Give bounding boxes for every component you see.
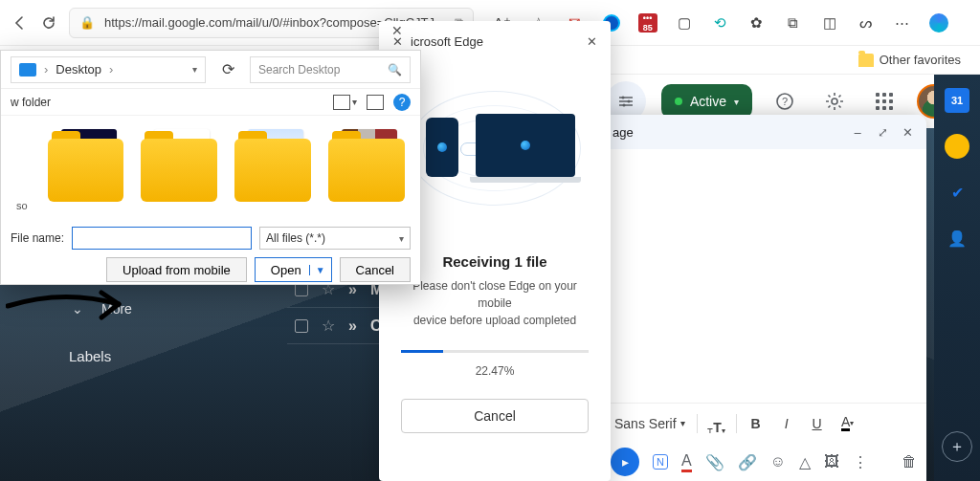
emoji-icon[interactable]: ☺	[770, 453, 786, 470]
copilot-icon[interactable]	[929, 13, 948, 33]
folder-item[interactable]	[328, 125, 405, 202]
settings-button[interactable]	[817, 84, 852, 119]
dialog-help-icon[interactable]: ?	[393, 94, 411, 111]
breadcrumb-location: Desktop	[56, 62, 101, 77]
font-name: Sans Serif	[614, 416, 677, 431]
status-dot-icon	[675, 98, 682, 105]
compose-title: age	[612, 125, 840, 140]
filename-label: File name:	[11, 231, 64, 245]
generic-ext-icon[interactable]: ▢	[675, 13, 694, 33]
compose-body[interactable]	[601, 149, 926, 403]
folder-icon	[858, 54, 874, 67]
image-icon[interactable]: 🖼	[824, 453, 839, 470]
status-label: Active	[690, 94, 726, 109]
chevron-down-icon: ▾	[399, 233, 404, 244]
folder-item[interactable]: Au	[48, 125, 124, 202]
open-split-chevron-icon[interactable]: ▼	[309, 265, 325, 275]
dialog-toolbar: w folder ▾ ?	[1, 89, 420, 116]
note-icon[interactable]: N	[653, 454, 668, 470]
collections-icon[interactable]: ⧉	[784, 13, 803, 33]
tasks-addon[interactable]: ✔	[945, 180, 969, 205]
open-button-label: Open	[271, 263, 301, 277]
status-chip[interactable]: Active ▾	[661, 84, 752, 119]
sidebar-item-more[interactable]: ⌄ More	[57, 293, 278, 325]
upload-from-mobile-button[interactable]: Upload from mobile	[106, 257, 247, 282]
split-screen-icon[interactable]: ◫	[820, 13, 839, 33]
link-icon[interactable]: 🔗	[738, 453, 757, 471]
italic-button[interactable]: I	[775, 412, 798, 435]
filename-input[interactable]	[72, 227, 252, 250]
performance-icon[interactable]: ᔕ	[857, 13, 876, 33]
dialog-nav-row: › Desktop › ▾ ⟳ Search Desktop 🔍	[1, 51, 420, 89]
svg-point-2	[622, 104, 625, 107]
popup-heading: Receiving 1 file	[442, 253, 546, 270]
send-button-edge[interactable]: ▸	[611, 448, 639, 476]
compose-expand-icon[interactable]: ⤢	[875, 125, 890, 140]
lock-icon: 🔒	[79, 15, 95, 30]
other-favorites-link[interactable]: Other favorites	[880, 53, 961, 67]
popup-close-icon[interactable]: ✕	[587, 34, 597, 49]
highlight-icon[interactable]: A	[681, 452, 692, 472]
chevron-right-icon: ›	[109, 62, 113, 77]
gmail-side-panel: 31 ✔ 👤 ＋	[934, 75, 980, 481]
star-icon[interactable]: ☆	[322, 317, 335, 335]
dialog-close-icon[interactable]: ✕	[380, 16, 414, 45]
compose-minimize-icon[interactable]: ‒	[850, 125, 865, 140]
discard-icon[interactable]: 🗑	[902, 453, 917, 470]
view-thumbnails-icon[interactable]	[333, 95, 350, 110]
calendar-addon[interactable]: 31	[945, 88, 969, 113]
folder-item[interactable]: ▭▭	[141, 125, 217, 202]
keep-addon[interactable]	[945, 134, 969, 159]
popup-cancel-button[interactable]: Cancel	[401, 399, 590, 433]
font-size-button[interactable]: ᴛT▾	[705, 412, 728, 435]
filter-value: All files (*.*)	[266, 231, 325, 245]
compose-close-icon[interactable]: ✕	[900, 125, 915, 140]
compose-header[interactable]: age ‒ ⤢ ✕	[601, 115, 926, 149]
cancel-button[interactable]: Cancel	[340, 257, 411, 282]
sidebar-item-label: More	[101, 301, 266, 317]
screenshot-ext-icon[interactable]: ⟲	[711, 13, 730, 33]
breadcrumb[interactable]: › Desktop › ▾	[11, 56, 206, 83]
svg-point-0	[621, 97, 624, 99]
new-folder-button[interactable]: w folder	[11, 96, 51, 109]
back-button[interactable]	[11, 14, 29, 32]
dialog-search-input[interactable]: Search Desktop 🔍	[250, 56, 411, 83]
open-button[interactable]: Open ▼	[255, 257, 332, 282]
get-addons-button[interactable]: ＋	[942, 431, 972, 462]
more-icon: ⌄	[69, 301, 86, 317]
chevron-down-icon: ▾	[734, 97, 739, 107]
compose-format-toolbar: Sans Serif▾ ᴛT▾ B I U A▾	[601, 403, 926, 443]
this-pc-icon	[19, 63, 36, 77]
text-color-button[interactable]: A▾	[836, 412, 859, 435]
row-checkbox[interactable]	[295, 319, 308, 333]
font-picker[interactable]: Sans Serif▾	[611, 414, 689, 433]
chevron-down-icon[interactable]: ▾	[192, 64, 197, 75]
upload-progress-bar	[401, 350, 590, 353]
upload-illustration	[409, 91, 581, 206]
folder-label-cut: so	[16, 200, 31, 211]
dialog-file-grid[interactable]: so Au ▭▭	[1, 116, 420, 221]
compose-action-row: ▸ N A 📎 🔗 ☺ △ 🖼 ⋮ 🗑	[601, 443, 926, 481]
upload-progress-percent: 22.47%	[476, 364, 515, 378]
more-options-icon[interactable]: ⋮	[853, 453, 868, 471]
lastpass-ext-icon[interactable]: •••85	[638, 13, 657, 33]
attach-icon[interactable]: 📎	[705, 453, 724, 471]
support-button[interactable]: ?	[768, 84, 802, 119]
refresh-button[interactable]	[40, 14, 57, 32]
dialog-refresh-button[interactable]: ⟳	[215, 60, 240, 78]
bold-button[interactable]: B	[745, 412, 768, 435]
chevron-right-icon: ›	[44, 62, 48, 77]
folder-item[interactable]	[234, 125, 311, 202]
underline-button[interactable]: U	[806, 412, 829, 435]
view-preview-icon[interactable]	[367, 95, 384, 110]
more-menu-icon[interactable]: ⋯	[893, 13, 912, 33]
google-apps-button[interactable]	[867, 84, 902, 119]
drive-icon[interactable]: △	[799, 453, 811, 471]
file-type-filter[interactable]: All files (*.*) ▾	[259, 227, 411, 250]
extensions-menu-icon[interactable]: ✿	[747, 13, 767, 33]
search-icon: 🔍	[388, 63, 402, 77]
popup-window-title: icrosoft Edge	[411, 34, 587, 49]
labels-heading: Labels	[57, 348, 278, 364]
popup-description: Please don't close Edge on your mobile d…	[392, 277, 597, 329]
contacts-addon[interactable]: 👤	[945, 226, 969, 251]
